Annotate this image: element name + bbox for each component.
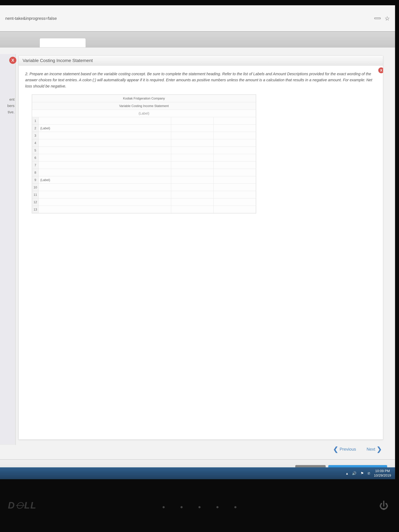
panel-title: Variable Costing Income Statement (23, 58, 93, 63)
row-number: 11 (32, 191, 39, 198)
browser-top-right-icons: ☆ (374, 15, 390, 22)
description-cell[interactable]: (Label) (39, 176, 171, 184)
sidebar-item[interactable]: tive. (0, 109, 16, 115)
table-row: 8 (32, 169, 256, 176)
amount-cell[interactable] (214, 154, 256, 162)
browser-tab[interactable] (40, 38, 86, 47)
amount-cell[interactable] (214, 162, 256, 169)
window-minimize-icon[interactable] (374, 18, 381, 19)
table-row: 12 (32, 198, 256, 206)
row-number: 7 (32, 162, 39, 169)
amount-cell[interactable] (214, 184, 256, 191)
amount-cell[interactable] (214, 176, 256, 184)
panel-header: Variable Costing Income Statement (19, 56, 383, 66)
amount-cell[interactable] (171, 132, 214, 139)
amount-cell[interactable] (214, 191, 256, 198)
amount-cell[interactable] (214, 132, 256, 139)
worksheet-heading-input[interactable]: (Label) (32, 110, 256, 117)
flag-icon[interactable]: ⚑ (361, 471, 364, 475)
chevron-left-icon: ❮ (333, 445, 338, 453)
row-number: 12 (32, 198, 39, 206)
monitor-bezel: nent-take&inprogress=false ☆ ent bers ti… (0, 0, 399, 532)
sidebar-item[interactable]: bers (0, 103, 16, 109)
description-cell[interactable] (39, 154, 171, 162)
show-hidden-icons-icon[interactable]: ▴ (346, 471, 348, 475)
table-row: 13 (32, 206, 256, 213)
amount-cell[interactable] (171, 169, 214, 176)
amount-cell[interactable] (171, 117, 214, 125)
next-label: Next (367, 447, 375, 452)
network-icon[interactable]: ⎚ (368, 471, 370, 475)
amount-cell[interactable] (171, 139, 214, 147)
amount-cell[interactable] (171, 125, 214, 132)
amount-cell[interactable] (171, 191, 214, 198)
amount-cell[interactable] (214, 125, 256, 132)
worksheet-statement-title: Variable Costing Income Statement (32, 102, 256, 110)
amount-cell[interactable] (214, 147, 256, 154)
tab-strip (0, 32, 395, 48)
table-row: 7 (32, 162, 256, 169)
table-row: 6 (32, 154, 256, 162)
worksheet-table: Kodiak Fridgeration Company Variable Cos… (32, 95, 256, 213)
close-icon[interactable]: X (378, 67, 383, 73)
description-cell[interactable] (39, 169, 171, 176)
row-number: 8 (32, 169, 39, 176)
description-cell[interactable] (39, 206, 171, 213)
amount-cell[interactable] (171, 184, 214, 191)
description-cell[interactable] (39, 162, 171, 169)
worksheet-company: Kodiak Fridgeration Company (32, 95, 256, 102)
amount-cell[interactable] (171, 147, 214, 154)
table-row: 9 (Label) (32, 176, 256, 184)
description-cell[interactable] (39, 191, 171, 198)
sidebar-item[interactable]: ent (0, 96, 16, 103)
windows-taskbar: ▴ 🔊 ⚑ ⎚ 10:09 PM 10/29/2019 (0, 467, 395, 479)
left-sidebar: ent bers tive. (0, 54, 16, 445)
taskbar-clock[interactable]: 10:09 PM 10/29/2019 (374, 469, 391, 478)
description-cell[interactable] (39, 139, 171, 147)
amount-cell[interactable] (214, 117, 256, 125)
amount-cell[interactable] (214, 139, 256, 147)
table-row: 4 (32, 139, 256, 147)
bookmark-star-icon[interactable]: ☆ (385, 15, 390, 22)
row-number: 10 (32, 184, 39, 191)
assignment-content: ent bers tive. X X Variable Costing Inco… (0, 48, 395, 479)
previous-label: Previous (340, 447, 356, 452)
amount-cell[interactable] (171, 198, 214, 206)
previous-button[interactable]: ❮ Previous (333, 445, 356, 453)
amount-cell[interactable] (171, 162, 214, 169)
amount-cell[interactable] (214, 198, 256, 206)
amount-cell[interactable] (171, 176, 214, 184)
next-button[interactable]: Next ❯ (367, 445, 382, 453)
description-cell[interactable] (39, 198, 171, 206)
table-row: 5 (32, 147, 256, 154)
row-number: 6 (32, 154, 39, 162)
close-icon[interactable]: X (9, 57, 16, 64)
row-number: 13 (32, 206, 39, 213)
volume-icon[interactable]: 🔊 (352, 471, 356, 475)
description-cell[interactable] (39, 147, 171, 154)
amount-cell[interactable] (214, 169, 256, 176)
amount-cell[interactable] (171, 154, 214, 162)
row-number: 3 (32, 132, 39, 139)
worksheet: Kodiak Fridgeration Company Variable Cos… (32, 95, 256, 213)
table-row: 3 (32, 132, 256, 139)
description-cell[interactable] (39, 132, 171, 139)
row-number: 5 (32, 147, 39, 154)
dell-logo: D⦵LL (8, 500, 37, 511)
browser-chrome-top: nent-take&inprogress=false ☆ (0, 5, 395, 32)
table-row: 10 (32, 184, 256, 191)
row-number: 1 (32, 117, 39, 125)
bezel-indicator-dots (163, 506, 236, 508)
description-cell[interactable] (39, 184, 171, 191)
row-number: 2 (32, 125, 39, 132)
amount-cell[interactable] (171, 206, 214, 213)
power-button-icon[interactable]: ⏻ (379, 500, 388, 511)
question-panel: X Variable Costing Income Statement 2. P… (19, 55, 383, 440)
chevron-right-icon: ❯ (377, 445, 382, 453)
nav-row: ❮ Previous Next ❯ (333, 445, 382, 453)
instructions-text: 2. Prepare an income statement based on … (19, 66, 383, 93)
description-cell[interactable]: (Label) (39, 125, 171, 132)
amount-cell[interactable] (214, 206, 256, 213)
description-cell[interactable] (39, 117, 171, 125)
row-number: 4 (32, 139, 39, 147)
